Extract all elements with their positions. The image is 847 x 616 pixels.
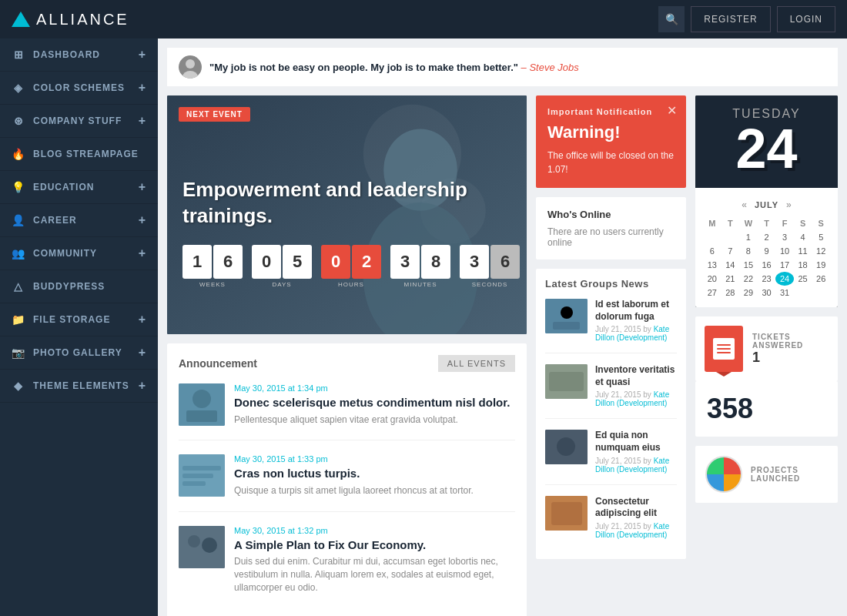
sidebar-plus-community: + — [139, 246, 146, 260]
sidebar-item-community[interactable]: 👥 COMMUNITY + — [0, 237, 158, 270]
sidebar-item-career[interactable]: 👤 CAREER + — [0, 204, 158, 237]
tickets-total: 358 — [707, 393, 826, 425]
calendar-day[interactable]: 26 — [812, 272, 830, 286]
calendar-day[interactable]: 16 — [758, 258, 776, 272]
calendar-day[interactable]: 7 — [721, 244, 740, 258]
countdown-seconds-label: SECONDS — [460, 281, 520, 288]
ann-title-3: A Simple Plan to Fix Our Economy. — [234, 537, 515, 553]
calendar-day[interactable]: 1 — [739, 230, 758, 244]
projects-info: PROJECTS LAUNCHED — [751, 466, 829, 483]
svg-rect-10 — [186, 410, 217, 422]
calendar-prev-button[interactable]: « — [742, 199, 747, 210]
group-content-1: Id est laborum et dolorum fuga July 21, … — [595, 299, 677, 342]
calendar-day[interactable]: 9 — [758, 244, 776, 258]
ann-date-1: May 30, 2015 at 1:34 pm — [234, 383, 515, 393]
next-event-badge: NEXT EVENT — [179, 107, 250, 122]
logo: ALLIANCE — [12, 11, 129, 28]
all-events-button[interactable]: ALL EVENTS — [438, 355, 515, 372]
calendar-day[interactable]: 31 — [775, 286, 794, 300]
sidebar-item-file-storage[interactable]: 📁 FILE STORAGE + — [0, 303, 158, 336]
svg-rect-14 — [182, 481, 206, 486]
group-item-3: Ed quia non numquam eius July 21, 2015 b… — [545, 430, 677, 484]
calendar-next-button[interactable]: » — [786, 199, 792, 210]
login-button[interactable]: LOGIN — [777, 6, 835, 32]
sidebar: ⊞ DASHBOARD + ◈ COLOR SCHEMES + ⊛ COMPAN… — [0, 38, 158, 616]
group-meta-2: July 21, 2015 by Kate Dillon (Developmen… — [595, 390, 677, 407]
calendar-day[interactable]: 14 — [721, 258, 740, 272]
announcement-header: Announcement ALL EVENTS — [179, 355, 515, 372]
sidebar-item-company-stuff[interactable]: ⊛ COMPANY STUFF + — [0, 105, 158, 138]
calendar-day[interactable]: 8 — [739, 244, 758, 258]
folder-icon: 📁 — [12, 313, 25, 326]
countdown-hours: 0 2 HOURS — [321, 245, 381, 288]
calendar-day[interactable]: 5 — [812, 230, 830, 244]
register-button[interactable]: REGISTER — [691, 6, 770, 32]
group-thumb-4 — [545, 496, 588, 531]
group-meta-3: July 21, 2015 by Kate Dillon (Developmen… — [595, 457, 677, 474]
ann-thumb-1 — [179, 383, 225, 426]
calendar-day[interactable]: 3 — [775, 230, 794, 244]
calendar-day[interactable]: 13 — [703, 258, 721, 272]
ann-thumb-2 — [179, 454, 225, 497]
sidebar-item-buddypress[interactable]: △ BUDDYPRESS — [0, 270, 158, 303]
sidebar-plus-theme-elements: + — [139, 379, 146, 393]
sidebar-item-theme-elements[interactable]: ◆ THEME ELEMENTS + — [0, 370, 158, 403]
calendar-day[interactable]: 21 — [721, 272, 740, 286]
calendar-day[interactable]: 22 — [739, 272, 758, 286]
calendar-grid-wrap: « JULY » M T W T F — [695, 188, 838, 307]
countdown-hours-label: HOURS — [321, 281, 381, 288]
calendar-day[interactable]: 2 — [758, 230, 776, 244]
countdown-minutes: 3 8 MINUTES — [390, 245, 450, 288]
projects-card: PROJECTS LAUNCHED — [695, 446, 838, 503]
buddypress-icon: △ — [12, 280, 25, 293]
group-name-3: Ed quia non numquam eius — [595, 430, 677, 454]
bulb-icon: 💡 — [12, 180, 25, 194]
svg-point-24 — [557, 437, 575, 456]
search-button[interactable]: 🔍 — [658, 6, 685, 32]
calendar-day[interactable]: 4 — [794, 230, 812, 244]
sidebar-item-dashboard[interactable]: ⊞ DASHBOARD + — [0, 38, 158, 72]
sidebar-label-photo-gallery: PHOTO GALLERY — [33, 347, 122, 358]
sidebar-label-blog: BLOG STREAMPAGE — [33, 149, 139, 159]
svg-rect-20 — [553, 322, 580, 330]
sidebar-label-theme-elements: THEME ELEMENTS — [33, 380, 129, 391]
calendar-day[interactable]: 15 — [739, 258, 758, 272]
group-content-2: Inventore veritatis et quasi July 21, 20… — [595, 364, 677, 407]
calendar-day[interactable]: 23 — [758, 272, 776, 286]
group-thumb-1 — [545, 299, 588, 333]
countdown-hour-2: 2 — [352, 245, 381, 279]
groups-section: Latest Groups News Id est laborum et dol… — [536, 269, 686, 559]
calendar-day[interactable]: 19 — [812, 258, 830, 272]
calendar-day[interactable]: 20 — [703, 272, 721, 286]
calendar-day[interactable]: 11 — [794, 244, 812, 258]
calendar-day[interactable]: 25 — [794, 272, 812, 286]
sidebar-item-blog[interactable]: 🔥 BLOG STREAMPAGE — [0, 138, 158, 171]
ann-content-3: May 30, 2015 at 1:32 pm A Simple Plan to… — [234, 526, 515, 594]
announcement-section: Announcement ALL EVENTS May 30, 2015 at … — [167, 343, 527, 616]
ann-date-3: May 30, 2015 at 1:32 pm — [234, 526, 515, 535]
palette-icon: ◈ — [12, 81, 25, 95]
calendar-day[interactable]: 29 — [739, 286, 758, 300]
group-item-4: Consectetur adipiscing elit July 21, 201… — [545, 496, 677, 550]
content-area: "My job is not be easy on people. My job… — [158, 38, 847, 616]
announcement-item-1: May 30, 2015 at 1:34 pm Donec scelerisqu… — [179, 383, 515, 440]
calendar-day[interactable]: 12 — [812, 244, 830, 258]
sidebar-item-color-schemes[interactable]: ◈ COLOR SCHEMES + — [0, 72, 158, 105]
calendar-day[interactable]: 10 — [775, 244, 794, 258]
calendar-day[interactable]: 18 — [794, 258, 812, 272]
sidebar-label-buddypress: BUDDYPRESS — [33, 281, 105, 292]
calendar-day[interactable]: 28 — [721, 286, 740, 300]
sidebar-item-photo-gallery[interactable]: 📷 PHOTO GALLERY + — [0, 336, 158, 370]
calendar-day[interactable]: 24 — [775, 272, 794, 286]
calendar-day[interactable]: 30 — [758, 286, 776, 300]
sidebar-plus-company-stuff: + — [139, 114, 146, 128]
svg-point-19 — [561, 306, 573, 319]
svg-point-9 — [192, 390, 211, 408]
calendar-day[interactable]: 17 — [775, 258, 794, 272]
calendar-month-nav: « JULY » — [703, 196, 830, 216]
cal-header-t2: T — [758, 216, 776, 230]
calendar-day[interactable]: 6 — [703, 244, 721, 258]
calendar-day[interactable]: 27 — [703, 286, 721, 300]
left-column: NEXT EVENT Empowerment and leadership tr… — [167, 95, 527, 616]
sidebar-item-education[interactable]: 💡 EDUCATION + — [0, 171, 158, 204]
